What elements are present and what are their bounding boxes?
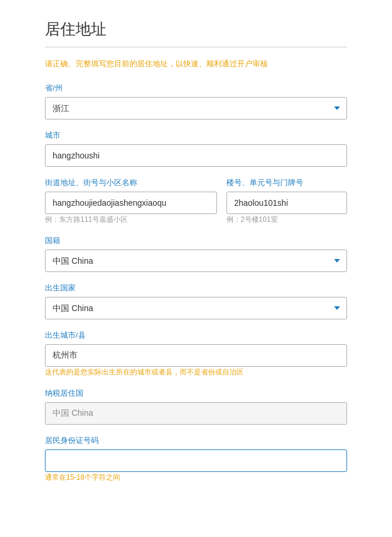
birth-country-field-group: 出生国家 中国 China 美国 USA 英国 UK [45, 283, 347, 319]
nationality-select[interactable]: 中国 China 美国 USA 英国 UK [45, 250, 347, 272]
city-field-group: 城市 [45, 130, 347, 167]
id-number-input[interactable] [45, 449, 347, 472]
birth-city-label: 出生城市/县 [45, 330, 347, 341]
subtitle: 请正确、完整填写您目前的居住地址，以快速、顺利通过开户审核 [45, 58, 347, 70]
province-select-wrapper: 浙江 北京 上海 广东 [45, 97, 347, 119]
tax-country-label: 纳税居住国 [45, 388, 347, 399]
birth-country-select-wrapper: 中国 China 美国 USA 英国 UK [45, 297, 347, 319]
divider [45, 47, 347, 47]
province-select[interactable]: 浙江 北京 上海 广东 [45, 97, 347, 119]
street-field-group: 街道地址、街号与小区名称 例：东方路111号嘉盛小区 [45, 177, 217, 225]
nationality-field-group: 国籍 中国 China 美国 USA 英国 UK [45, 235, 347, 272]
page-title: 居住地址 [45, 19, 347, 40]
id-number-label: 居民身份证号码 [45, 435, 347, 446]
tax-country-input [45, 402, 347, 425]
nationality-select-wrapper: 中国 China 美国 USA 英国 UK [45, 250, 347, 272]
id-number-field-group: 居民身份证号码 通常在15-18个字符之间 [45, 435, 347, 483]
nationality-label: 国籍 [45, 235, 347, 246]
building-label: 楼号、单元号与门牌号 [226, 177, 347, 188]
street-hint: 例：东方路111号嘉盛小区 [45, 215, 128, 224]
building-field-group: 楼号、单元号与门牌号 例：2号楼101室 [226, 177, 347, 225]
province-label: 省/州 [45, 83, 347, 93]
birth-city-input[interactable] [45, 344, 347, 367]
page-container: 居住地址 请正确、完整填写您目前的居住地址，以快速、顺利通过开户审核 省/州 浙… [0, 0, 392, 517]
province-field-group: 省/州 浙江 北京 上海 广东 [45, 83, 347, 119]
city-label: 城市 [45, 130, 347, 141]
id-number-hint: 通常在15-18个字符之间 [45, 473, 120, 481]
birth-city-field-group: 出生城市/县 这代表的是您实际出生所在的城市或者县，而不是省份或自治区 [45, 330, 347, 377]
building-input[interactable] [226, 192, 347, 214]
address-row: 街道地址、街号与小区名称 例：东方路111号嘉盛小区 楼号、单元号与门牌号 例：… [45, 177, 347, 225]
street-label: 街道地址、街号与小区名称 [45, 177, 217, 188]
city-input[interactable] [45, 144, 347, 167]
building-hint: 例：2号楼101室 [226, 215, 278, 224]
tax-country-field-group: 纳税居住国 [45, 388, 347, 425]
birth-country-label: 出生国家 [45, 283, 347, 293]
street-input[interactable] [45, 192, 217, 214]
birth-country-select[interactable]: 中国 China 美国 USA 英国 UK [45, 297, 347, 319]
birth-city-hint: 这代表的是您实际出生所在的城市或者县，而不是省份或自治区 [45, 368, 244, 376]
